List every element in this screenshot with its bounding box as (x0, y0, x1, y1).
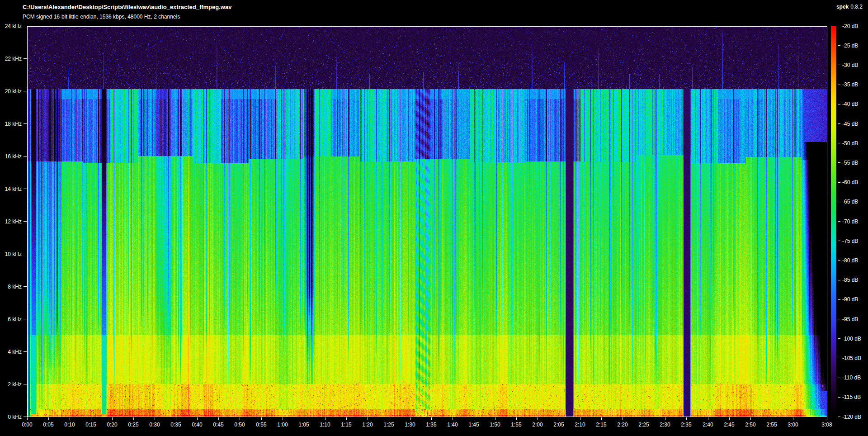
time-tick (155, 417, 155, 420)
time-tick-label: 1:00 (273, 421, 292, 428)
time-tick-label: 2:10 (570, 421, 590, 428)
db-tick (838, 104, 840, 104)
db-tick (838, 260, 840, 261)
time-tick (48, 417, 49, 420)
freq-tick-label: 20 kHz (1, 88, 22, 95)
db-tick (838, 397, 840, 398)
time-tick (750, 417, 751, 420)
db-tick (838, 143, 840, 143)
freq-tick (24, 91, 27, 91)
time-tick-label: 0:45 (208, 421, 228, 428)
time-tick (389, 417, 389, 420)
db-tick-label: -55 dB (842, 159, 858, 166)
db-tick-label: -60 dB (842, 179, 858, 186)
db-tick (838, 338, 840, 339)
db-tick (838, 319, 840, 319)
freq-tick (24, 319, 27, 319)
freq-tick (24, 417, 27, 417)
freq-tick-label: 12 kHz (1, 218, 22, 225)
time-tick-label: 1:05 (294, 421, 314, 428)
freq-tick (24, 384, 27, 384)
time-tick (601, 417, 602, 420)
time-tick (346, 417, 347, 420)
db-tick-label: -20 dB (842, 23, 858, 30)
time-tick (283, 417, 283, 420)
time-tick-label: 2:20 (613, 421, 632, 428)
time-tick (112, 417, 113, 420)
db-tick-label: -35 dB (842, 81, 858, 88)
freq-tick (24, 351, 27, 352)
time-tick-label: 2:05 (549, 421, 569, 428)
freq-tick-label: 22 kHz (1, 55, 22, 62)
time-tick-label: 1:35 (421, 421, 441, 428)
time-tick (368, 417, 368, 420)
format-info: PCM signed 16-bit little-endian, 1536 kb… (23, 14, 180, 20)
time-tick-label: 2:25 (634, 421, 654, 428)
freq-tick (24, 58, 27, 59)
time-tick-label: 0:50 (230, 421, 250, 428)
time-tick-label: 0:10 (60, 421, 80, 428)
time-tick (261, 417, 262, 420)
time-tick (474, 417, 474, 420)
db-tick (838, 358, 840, 358)
db-tick (838, 280, 840, 280)
time-tick (410, 417, 410, 420)
db-tick-label: -95 dB (842, 316, 858, 323)
db-tick (838, 202, 840, 202)
time-tick (431, 417, 432, 420)
time-tick-label: 1:15 (336, 421, 356, 428)
time-tick (665, 417, 665, 420)
db-tick-label: -50 dB (842, 140, 858, 147)
freq-tick-label: 4 kHz (1, 348, 22, 355)
db-tick (838, 162, 840, 163)
db-tick-label: -105 dB (842, 355, 861, 362)
time-tick-label: 1:10 (315, 421, 335, 428)
time-tick (538, 417, 538, 420)
freq-tick-label: 0 kHz (1, 413, 22, 421)
time-tick (91, 417, 91, 420)
spectrogram-canvas (28, 27, 827, 417)
time-tick (793, 417, 793, 420)
db-tick (838, 85, 840, 85)
time-tick (325, 417, 326, 420)
db-tick-label: -65 dB (842, 198, 858, 205)
time-tick-label: 0:35 (166, 421, 186, 428)
db-tick (838, 26, 840, 26)
freq-tick-label: 2 kHz (1, 381, 22, 388)
db-tick-label: -30 dB (842, 62, 858, 69)
time-tick (686, 417, 687, 420)
time-tick (580, 417, 580, 420)
time-tick (240, 417, 240, 420)
time-tick (453, 417, 453, 420)
time-tick-label: 3:08 (817, 421, 837, 428)
time-tick (176, 417, 176, 420)
freq-tick (24, 254, 27, 254)
time-tick (304, 417, 304, 420)
time-tick-label: 0:00 (17, 421, 37, 428)
freq-tick (24, 123, 27, 124)
time-tick (772, 417, 772, 420)
time-tick (27, 417, 28, 420)
time-tick-label: 1:25 (379, 421, 399, 428)
time-tick (133, 417, 134, 420)
freq-tick-label: 24 kHz (1, 23, 22, 30)
db-tick-label: -115 dB (842, 393, 861, 401)
time-tick-label: 1:40 (443, 421, 462, 428)
time-tick-label: 2:55 (762, 421, 782, 428)
db-tick (838, 241, 840, 241)
db-tick-label: -70 dB (842, 218, 858, 225)
time-tick (827, 417, 827, 420)
freq-tick (24, 156, 27, 156)
time-tick-label: 2:00 (528, 421, 547, 428)
spek-window: C:\Users\Alexander\Desktop\Scripts\files… (0, 0, 868, 436)
time-tick (516, 417, 517, 420)
db-tick-label: -120 dB (842, 413, 861, 421)
db-tick-label: -25 dB (842, 42, 858, 49)
db-tick (838, 45, 840, 46)
db-tick (838, 378, 840, 378)
db-colorbar (831, 26, 836, 417)
file-path: C:\Users\Alexander\Desktop\Scripts\files… (23, 4, 231, 10)
app-version: 0.8.2 (850, 4, 863, 10)
time-tick-label: 1:50 (485, 421, 505, 428)
time-tick (623, 417, 623, 420)
